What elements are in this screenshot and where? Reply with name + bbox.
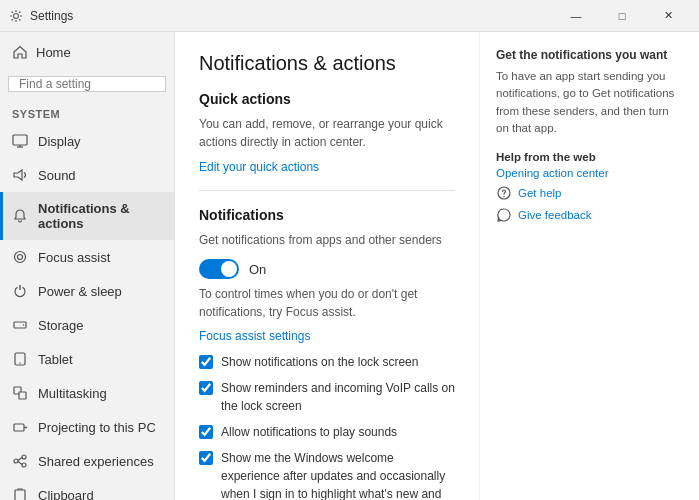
help-section-title: Help from the web: [496, 151, 683, 163]
sidebar-item-display[interactable]: Display: [0, 124, 174, 158]
svg-point-10: [23, 324, 25, 326]
checkbox-welcome-input[interactable]: [199, 451, 213, 465]
focus-icon: [12, 249, 28, 265]
svg-point-30: [503, 196, 504, 197]
svg-point-17: [25, 427, 27, 429]
svg-point-20: [22, 463, 26, 467]
sidebar-item-sound[interactable]: Sound: [0, 158, 174, 192]
display-label: Display: [38, 134, 81, 149]
svg-line-22: [18, 462, 22, 465]
checkbox-voip: Show reminders and incoming VoIP calls o…: [199, 379, 455, 415]
quick-actions-desc: You can add, remove, or rearrange your q…: [199, 115, 455, 151]
give-feedback-row[interactable]: Give feedback: [496, 207, 683, 223]
multitasking-icon: [12, 385, 28, 401]
settings-icon: [8, 8, 24, 24]
tablet-label: Tablet: [38, 352, 73, 367]
sidebar-item-tablet[interactable]: Tablet: [0, 342, 174, 376]
sidebar-item-shared[interactable]: Shared experiences: [0, 444, 174, 478]
close-button[interactable]: ✕: [645, 0, 691, 32]
give-feedback-label: Give feedback: [518, 209, 592, 221]
right-panel: Get the notifications you want To have a…: [479, 32, 699, 500]
focus-desc: To control times when you do or don't ge…: [199, 285, 455, 321]
svg-point-19: [22, 455, 26, 459]
search-input[interactable]: [19, 77, 169, 91]
get-help-row[interactable]: Get help: [496, 185, 683, 201]
shared-label: Shared experiences: [38, 454, 154, 469]
sound-icon: [12, 167, 28, 183]
checkbox-sounds: Allow notifications to play sounds: [199, 423, 455, 441]
power-label: Power & sleep: [38, 284, 122, 299]
title-bar-controls: — □ ✕: [553, 0, 691, 32]
quick-actions-title: Quick actions: [199, 91, 455, 107]
notifications-label: Notifications & actions: [38, 201, 162, 231]
checkbox-lock-screen-input[interactable]: [199, 355, 213, 369]
app-body: Home System Display Sound: [0, 32, 699, 500]
sidebar-item-storage[interactable]: Storage: [0, 308, 174, 342]
sidebar-item-multitasking[interactable]: Multitasking: [0, 376, 174, 410]
clipboard-icon: [12, 487, 28, 500]
clipboard-label: Clipboard: [38, 488, 94, 501]
sidebar-item-focus[interactable]: Focus assist: [0, 240, 174, 274]
svg-point-7: [15, 252, 26, 263]
display-icon: [12, 133, 28, 149]
notifications-icon: [12, 208, 28, 224]
svg-rect-23: [15, 490, 25, 500]
focus-assist-settings-link[interactable]: Focus assist settings: [199, 329, 455, 343]
main-content: Notifications & actions Quick actions Yo…: [175, 32, 479, 500]
svg-line-21: [18, 458, 22, 461]
maximize-button[interactable]: □: [599, 0, 645, 32]
notifications-toggle[interactable]: [199, 259, 239, 279]
projecting-icon: [12, 419, 28, 435]
checkbox-sounds-input[interactable]: [199, 425, 213, 439]
focus-label: Focus assist: [38, 250, 110, 265]
home-icon: [12, 44, 28, 60]
svg-point-0: [14, 13, 19, 18]
help-icon: [496, 185, 512, 201]
divider-1: [199, 190, 455, 191]
svg-rect-15: [14, 424, 24, 431]
checkbox-welcome-label: Show me the Windows welcome experience a…: [221, 449, 455, 500]
minimize-button[interactable]: —: [553, 0, 599, 32]
power-icon: [12, 283, 28, 299]
feedback-icon: [496, 207, 512, 223]
right-panel-desc: To have an app start sending you notific…: [496, 68, 683, 137]
checkbox-welcome: Show me the Windows welcome experience a…: [199, 449, 455, 500]
sound-label: Sound: [38, 168, 76, 183]
sidebar-item-notifications[interactable]: Notifications & actions: [0, 192, 174, 240]
sidebar-section-title: System: [0, 100, 174, 124]
sidebar-item-clipboard[interactable]: Clipboard: [0, 478, 174, 500]
sidebar-item-projecting[interactable]: Projecting to this PC: [0, 410, 174, 444]
page-title: Notifications & actions: [199, 52, 455, 75]
svg-point-8: [18, 255, 23, 260]
right-panel-title: Get the notifications you want: [496, 48, 683, 62]
multitasking-label: Multitasking: [38, 386, 107, 401]
get-notifications-label: Get notifications from apps and other se…: [199, 231, 455, 249]
checkbox-voip-input[interactable]: [199, 381, 213, 395]
svg-point-12: [19, 362, 20, 363]
search-box[interactable]: [8, 76, 166, 92]
storage-label: Storage: [38, 318, 84, 333]
sidebar-item-power[interactable]: Power & sleep: [0, 274, 174, 308]
toggle-state-label: On: [249, 262, 266, 277]
svg-rect-14: [19, 392, 26, 399]
sidebar-item-home[interactable]: Home: [0, 32, 174, 72]
sidebar: Home System Display Sound: [0, 32, 175, 500]
shared-icon: [12, 453, 28, 469]
svg-point-18: [14, 459, 18, 463]
opening-action-center-link[interactable]: Opening action center: [496, 167, 683, 179]
title-bar-text: Settings: [30, 9, 553, 23]
checkbox-sounds-label: Allow notifications to play sounds: [221, 423, 397, 441]
title-bar: Settings — □ ✕: [0, 0, 699, 32]
toggle-row: On: [199, 259, 455, 279]
get-help-label: Get help: [518, 187, 561, 199]
checkbox-lock-screen: Show notifications on the lock screen: [199, 353, 455, 371]
notifications-title: Notifications: [199, 207, 455, 223]
storage-icon: [12, 317, 28, 333]
projecting-label: Projecting to this PC: [38, 420, 156, 435]
edit-quick-actions-link[interactable]: Edit your quick actions: [199, 160, 319, 174]
checkbox-lock-screen-label: Show notifications on the lock screen: [221, 353, 418, 371]
svg-rect-3: [13, 135, 27, 145]
checkbox-voip-label: Show reminders and incoming VoIP calls o…: [221, 379, 455, 415]
home-label: Home: [36, 45, 71, 60]
tablet-icon: [12, 351, 28, 367]
